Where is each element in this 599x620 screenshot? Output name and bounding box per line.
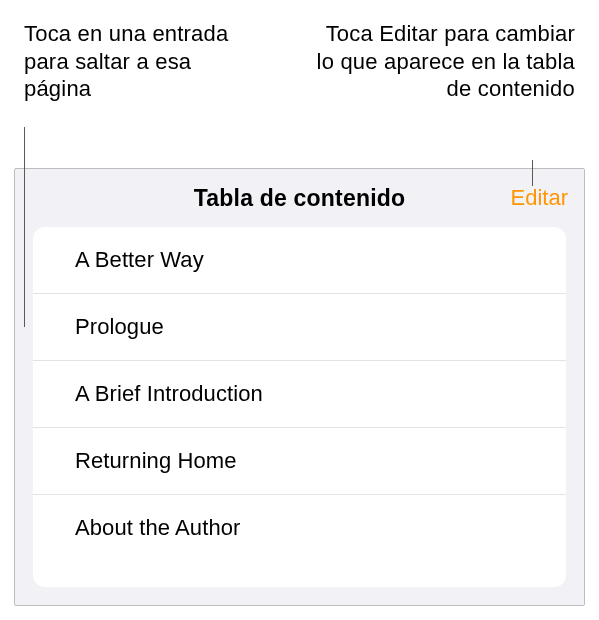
toc-panel: Tabla de contenido Editar A Better Way P… [14, 168, 585, 606]
page-title: Tabla de contenido [194, 185, 405, 212]
toc-list: A Better Way Prologue A Brief Introducti… [33, 227, 566, 587]
toc-entry[interactable]: About the Author [33, 494, 566, 561]
callout-leader-left [24, 127, 25, 327]
callout-leader-right [532, 160, 533, 186]
toc-panel-header: Tabla de contenido Editar [15, 169, 584, 227]
callout-edit: Toca Editar para cambiar lo que aparece … [315, 20, 575, 103]
toc-entry[interactable]: Returning Home [33, 427, 566, 494]
callout-tap-entry: Toca en una entrada para saltar a esa pá… [24, 20, 244, 103]
toc-entry[interactable]: A Brief Introduction [33, 360, 566, 427]
toc-entry[interactable]: A Better Way [33, 227, 566, 293]
callout-row: Toca en una entrada para saltar a esa pá… [0, 0, 599, 103]
toc-entry[interactable]: Prologue [33, 293, 566, 360]
edit-button[interactable]: Editar [511, 185, 568, 211]
